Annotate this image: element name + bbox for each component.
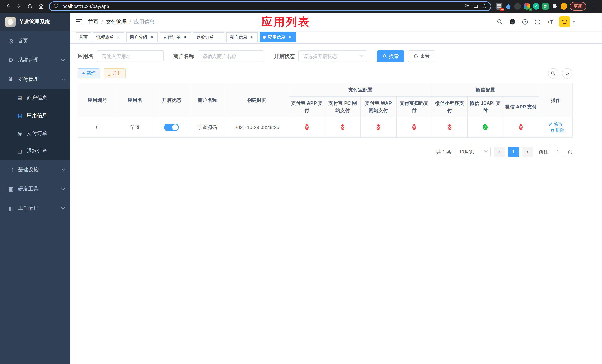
sidebar-item-payment[interactable]: ¥ 支付管理 xyxy=(0,70,70,89)
status-switch[interactable] xyxy=(164,124,179,131)
sidebar-item-system[interactable]: ⚙ 系统管理 xyxy=(0,50,70,70)
reset-button[interactable]: 重置 xyxy=(408,50,435,62)
filter-form: 应用名 商户名称 开启状态 请选择开启状态 搜索 重置 xyxy=(78,50,572,62)
help-icon[interactable]: ? xyxy=(521,18,529,26)
tab-close-icon[interactable]: × xyxy=(183,35,188,40)
tab-app-info[interactable]: 应用信息 × xyxy=(259,32,296,42)
tab-process-form[interactable]: 流程表单 × xyxy=(93,32,124,42)
url-text[interactable]: localhost:1024/pay/app xyxy=(62,4,461,9)
extension-color-icon[interactable]: 1 xyxy=(524,3,530,10)
app-title: 芋道管理系统 xyxy=(19,18,50,25)
add-button-label: 新增 xyxy=(87,70,96,76)
tab-label: 用户分组 xyxy=(129,34,147,40)
screen: localhost:1024/pay/app ☆ 10 1 xyxy=(0,0,602,364)
tab-close-icon[interactable]: × xyxy=(216,35,221,40)
password-key-icon[interactable] xyxy=(464,3,470,10)
cell-wechat-jsapi: ✓ xyxy=(467,117,503,138)
extension-drop-icon[interactable] xyxy=(505,3,512,10)
refresh-table-button[interactable] xyxy=(562,68,572,78)
breadcrumb-home[interactable]: 首页 xyxy=(88,18,98,25)
pagination: 共 1 条 10条/页 ‹ 1 › 前往 页 xyxy=(78,147,572,157)
toggle-search-button[interactable] xyxy=(548,68,558,78)
sidebar-item-app-info[interactable]: ▦ 应用信息 xyxy=(0,107,70,124)
tab-label: 商户信息 xyxy=(230,34,247,40)
sidebar-item-label: 研发工具 xyxy=(18,185,39,192)
export-button[interactable]: ↓ 导出 xyxy=(104,68,126,78)
breadcrumb-separator: / xyxy=(101,19,103,25)
browser-back-icon[interactable] xyxy=(3,1,13,11)
tab-user-group[interactable]: 用户分组 × xyxy=(126,32,158,42)
extension-check-icon[interactable]: ✓ xyxy=(533,3,539,10)
edit-link[interactable]: 修改 xyxy=(549,121,563,127)
sidebar-item-merchant-info[interactable]: ▤ 商户信息 xyxy=(0,89,70,107)
browser-forward-icon[interactable] xyxy=(14,1,24,11)
reset-button-label: 重置 xyxy=(420,53,430,60)
merchant-name-input[interactable] xyxy=(198,50,264,62)
sidebar-item-label: 工作流程 xyxy=(18,204,39,212)
share-icon[interactable] xyxy=(473,3,479,10)
cell-actions: 修改 删除 xyxy=(539,117,573,138)
sidebar-item-infra[interactable]: ▢ 基础设施 xyxy=(0,160,70,179)
tab-close-icon[interactable]: × xyxy=(287,35,292,40)
sidebar-item-pay-order[interactable]: ◉ 支付订单 xyxy=(0,124,70,142)
page-1-button[interactable]: 1 xyxy=(508,147,519,157)
tab-close-icon[interactable]: × xyxy=(116,35,121,40)
search-icon[interactable] xyxy=(496,18,504,26)
cell-alipay-pc: × xyxy=(325,117,360,138)
browser-home-icon[interactable] xyxy=(36,1,46,11)
sidebar-item-refund-order[interactable]: ▧ 退款订单 xyxy=(0,142,70,160)
sidebar-logo[interactable]: 芋道管理系统 xyxy=(0,13,70,31)
address-bar[interactable]: localhost:1024/pay/app ☆ xyxy=(49,1,491,11)
sidebar-item-workflow[interactable]: ▥ 工作流程 xyxy=(0,198,70,218)
sidebar-item-label: 基础设施 xyxy=(18,166,39,173)
font-size-icon[interactable]: TT xyxy=(547,18,554,26)
browser-update-button[interactable]: 更新 xyxy=(570,2,586,11)
page-size-select[interactable]: 10条/页 xyxy=(456,147,491,157)
status-select[interactable]: 请选择开启状态 xyxy=(298,50,367,62)
extension-notes-icon[interactable] xyxy=(542,3,549,10)
extension-dark-icon[interactable] xyxy=(514,3,521,10)
devtool-icon: ▣ xyxy=(7,186,14,192)
extension-tabs-icon[interactable]: 10 xyxy=(496,3,502,10)
search-button[interactable]: 搜索 xyxy=(377,50,404,62)
next-page-button[interactable]: › xyxy=(522,147,533,157)
page-size-value: 10条/页 xyxy=(459,149,474,155)
tab-label: 应用信息 xyxy=(268,34,285,40)
sidebar-item-devtools[interactable]: ▣ 研发工具 xyxy=(0,179,70,198)
fullscreen-icon[interactable] xyxy=(534,18,541,26)
extensions-puzzle-icon[interactable] xyxy=(551,3,558,10)
tab-close-icon[interactable]: × xyxy=(249,35,254,40)
tab-close-icon[interactable]: × xyxy=(149,35,154,40)
search-icon xyxy=(382,54,387,59)
breadcrumb-payment[interactable]: 支付管理 xyxy=(106,18,127,25)
col-header-created: 创建时间 xyxy=(225,83,289,117)
user-menu[interactable] xyxy=(559,16,575,27)
goto-page-input[interactable] xyxy=(550,147,565,157)
browser-refresh-icon[interactable] xyxy=(25,1,35,11)
sidebar-item-home[interactable]: ◎ 首页 xyxy=(0,31,70,50)
sidebar-toggle-icon[interactable] xyxy=(75,19,82,24)
prev-page-button[interactable]: ‹ xyxy=(494,147,505,157)
tab-pay-order[interactable]: 支付订单 × xyxy=(160,32,191,42)
add-button[interactable]: + 新增 xyxy=(78,68,100,78)
col-header-app-name: 应用名 xyxy=(117,83,153,117)
tab-merchant-info[interactable]: 商户信息 × xyxy=(226,32,258,42)
top-navbar: 首页 / 支付管理 / 应用信息 应用列表 ? xyxy=(70,13,602,31)
extension-badge: 10 xyxy=(500,8,504,11)
tab-refund-order[interactable]: 退款订单 × xyxy=(193,32,224,42)
site-info-icon[interactable] xyxy=(53,3,58,10)
bookmark-star-icon[interactable]: ☆ xyxy=(482,4,487,9)
profile-avatar-icon[interactable] xyxy=(560,3,567,10)
delete-link[interactable]: 删除 xyxy=(550,127,565,133)
app-name-input[interactable] xyxy=(97,50,164,62)
cell-alipay-wap: × xyxy=(360,117,396,138)
browser-menu-icon[interactable]: ⋮ xyxy=(589,3,598,10)
caret-down-icon xyxy=(572,21,575,23)
col-header-alipay-wap: 支付宝 WAP 网站支付 xyxy=(360,96,396,117)
table-row: 6 芋道 芋道源码 2021-10-23 08:49:25 × × × × × … xyxy=(78,117,573,138)
fail-status-icon: × xyxy=(519,124,523,130)
cell-wechat-mini: × xyxy=(432,117,467,138)
sidebar-item-label: 应用信息 xyxy=(27,112,47,119)
github-icon[interactable] xyxy=(509,18,516,26)
tab-home[interactable]: 首页 xyxy=(75,32,91,42)
